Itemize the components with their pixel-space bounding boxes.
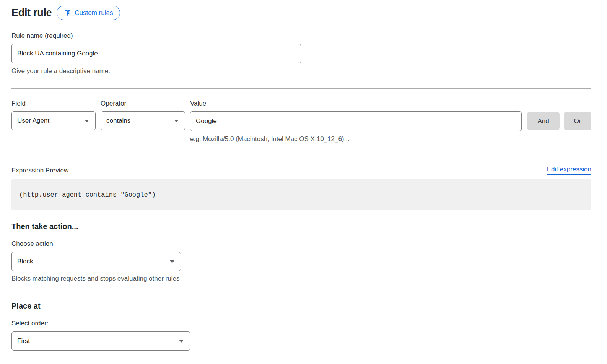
section-divider <box>11 88 591 89</box>
value-label: Value <box>190 99 591 108</box>
order-select-value: First <box>17 337 30 345</box>
or-button[interactable]: Or <box>564 112 591 130</box>
value-column: e.g. Mozilla/5.0 (Macintosh; Intel Mac O… <box>190 111 522 143</box>
rule-name-help: Give your rule a descriptive name. <box>11 67 591 75</box>
caret-down-icon <box>170 260 174 263</box>
select-order-label: Select order: <box>11 319 591 328</box>
operator-select-value: contains <box>106 117 130 125</box>
field-label: Field <box>11 99 101 108</box>
operator-label: Operator <box>101 99 190 108</box>
builder-row: User Agent contains e.g. Mozilla/5.0 (Ma… <box>11 111 591 143</box>
expression-preview-header: Expression Preview Edit expression <box>11 165 591 175</box>
and-button[interactable]: And <box>527 112 560 130</box>
operator-select[interactable]: contains <box>101 111 185 130</box>
action-section-heading: Then take action... <box>11 222 591 231</box>
order-select[interactable]: First <box>11 332 190 351</box>
value-help: e.g. Mozilla/5.0 (Macintosh; Intel Mac O… <box>190 135 522 143</box>
caret-down-icon <box>174 120 179 122</box>
action-select-value: Block <box>17 258 33 265</box>
rule-name-label: Rule name (required) <box>11 32 591 40</box>
custom-rules-badge[interactable]: Custom rules <box>57 6 120 20</box>
page-header: Edit rule Custom rules <box>11 6 591 20</box>
choose-action-label: Choose action <box>11 240 591 248</box>
book-open-icon <box>64 9 71 16</box>
caret-down-icon <box>179 340 184 343</box>
action-help: Blocks matching requests and stops evalu… <box>11 275 591 283</box>
page-title: Edit rule <box>11 7 52 19</box>
action-select[interactable]: Block <box>11 252 181 271</box>
place-at-heading: Place at <box>11 302 591 310</box>
expression-code: (http.user_agent contains "Google") <box>11 179 591 210</box>
caret-down-icon <box>85 120 89 122</box>
builder-labels: Field Operator Value <box>11 99 591 108</box>
custom-rules-badge-label: Custom rules <box>75 9 113 17</box>
expression-preview-label: Expression Preview <box>11 166 68 175</box>
edit-expression-link[interactable]: Edit expression <box>547 165 591 175</box>
rule-name-input[interactable] <box>11 44 301 63</box>
value-input[interactable] <box>190 111 522 131</box>
field-select-value: User Agent <box>17 117 49 125</box>
edit-rule-form: Edit rule Custom rules Rule name (requir… <box>0 0 607 351</box>
field-select[interactable]: User Agent <box>11 111 96 130</box>
